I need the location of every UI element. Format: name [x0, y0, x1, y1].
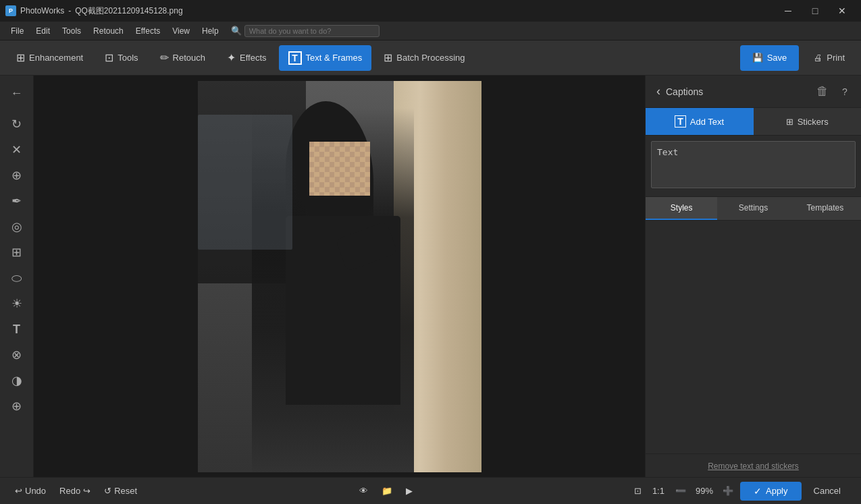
menubar-search: 🔍 [231, 25, 380, 37]
eye-icon: 👁 [359, 486, 368, 496]
reset-label: Reset [114, 486, 137, 496]
print-button[interactable]: 🖨 Print [804, 45, 854, 71]
search-icon: 🔍 [231, 26, 242, 36]
sidebar-globe-icon[interactable]: ⊕ [5, 394, 29, 418]
bottombar-left: ↩ Undo Redo ↪ ↺ Reset [11, 483, 141, 499]
menu-edit[interactable]: Edit [30, 25, 55, 37]
sidebar-stamp-icon[interactable]: ◑ [5, 368, 29, 393]
minimize-button[interactable]: ─ [775, 0, 802, 22]
menu-effects[interactable]: Effects [130, 25, 165, 37]
folder-icon: 📁 [382, 486, 392, 496]
search-input[interactable] [244, 25, 380, 37]
sidebar-brightness-icon[interactable]: ☀ [5, 291, 29, 316]
menu-file[interactable]: File [5, 25, 29, 37]
redo-icon: ↪ [83, 486, 90, 496]
fit-icon: ⊡ [634, 486, 642, 496]
toolbar-enhancement[interactable]: ⊞ Enhancement [7, 45, 93, 71]
sidebar-paint-icon[interactable]: ⊗ [5, 343, 29, 367]
titlebar-filename: QQ截图20211209145128.png [75, 5, 182, 17]
save-button[interactable]: 💾 Save [740, 45, 800, 71]
panel-back-button[interactable]: ‹ [654, 82, 663, 101]
retouch-icon: ✏ [160, 51, 169, 64]
app-icon: P [5, 5, 16, 16]
toolbar-right: 💾 Save 🖨 Print [740, 45, 854, 71]
remove-text-link[interactable]: Remove text and stickers [708, 461, 799, 471]
save-icon: 💾 [752, 53, 763, 63]
reset-button[interactable]: ↺ Reset [100, 483, 141, 499]
stickers-icon: ⊞ [786, 117, 793, 127]
delete-button[interactable]: 🗑 [811, 82, 834, 101]
subtab-styles[interactable]: Styles [646, 197, 717, 220]
add-text-icon: T [675, 115, 686, 128]
sidebar-rotate-icon[interactable]: ↻ [5, 112, 29, 136]
cancel-label: Cancel [814, 486, 841, 496]
panel-help-button[interactable]: ? [837, 84, 853, 100]
zoom-100-button[interactable]: 1:1 [648, 483, 669, 499]
reset-icon: ↺ [104, 486, 111, 496]
sidebar-clone-icon[interactable]: ⊕ [5, 163, 29, 188]
sidebar-pen-icon[interactable]: ✒ [5, 189, 29, 213]
print-label: Print [827, 53, 845, 63]
sidebar-grid-icon[interactable]: ⊞ [5, 240, 29, 264]
retouch-label: Retouch [173, 53, 205, 63]
checkmark-icon: ✓ [754, 486, 762, 497]
redo-label: Redo [59, 486, 80, 496]
toolbar-retouch[interactable]: ✏ Retouch [151, 45, 215, 71]
next-button[interactable]: ▶ [402, 483, 417, 499]
text-frames-icon: T [288, 51, 302, 65]
sidebar-text-icon[interactable]: T [5, 317, 29, 341]
undo-button[interactable]: ↩ Undo [11, 483, 50, 499]
redo-button[interactable]: Redo ↪ [55, 483, 95, 499]
zoom-in-button[interactable]: ➕ [719, 483, 737, 499]
tab-add-text[interactable]: T Add Text [646, 108, 754, 135]
panel-footer: Remove text and stickers [646, 453, 861, 477]
next-icon: ▶ [406, 486, 413, 496]
tools-label: Tools [118, 53, 138, 63]
toolbar-batch[interactable]: ⊞ Batch Processing [374, 45, 474, 71]
menu-help[interactable]: Help [197, 25, 224, 37]
apply-label: Apply [766, 486, 788, 496]
enhancement-label: Enhancement [29, 53, 83, 63]
text-input[interactable]: Text [651, 141, 856, 188]
menu-tools[interactable]: Tools [57, 25, 86, 37]
titlebar-left: P PhotoWorks - QQ截图20211209145128.png [5, 5, 183, 17]
sub-tabs: Styles Settings Templates [646, 197, 861, 221]
text-frames-label: Text & Frames [306, 53, 363, 63]
toolbar: ⊞ Enhancement ⊡ Tools ✏ Retouch ✦ Effect… [0, 40, 861, 76]
panel-header-left: ‹ Captions [654, 82, 703, 101]
zoom-out-button[interactable]: ➖ [671, 483, 690, 499]
titlebar-app: PhotoWorks [20, 6, 64, 16]
apply-button[interactable]: ✓ Apply [740, 482, 802, 501]
undo-icon: ↩ [15, 486, 22, 496]
folder-button[interactable]: 📁 [377, 483, 396, 499]
sidebar-target-icon[interactable]: ◎ [5, 215, 29, 239]
text-input-area: Text [646, 136, 861, 197]
toolbar-tools[interactable]: ⊡ Tools [95, 45, 147, 71]
toolbar-effects[interactable]: ✦ Effects [217, 45, 276, 71]
subtab-settings[interactable]: Settings [717, 197, 789, 220]
left-sidebar: ← ↻ ✕ ⊕ ✒ ◎ ⊞ ⬭ ☀ T ⊗ ◑ ⊕ [0, 76, 34, 477]
panel-content [646, 221, 861, 453]
close-button[interactable]: ✕ [829, 0, 856, 22]
menu-retouch[interactable]: Retouch [88, 25, 129, 37]
cancel-button[interactable]: Cancel [804, 482, 850, 500]
bottombar-center: 👁 📁 ▶ [355, 483, 417, 499]
effects-label: Effects [240, 53, 267, 63]
fit-button[interactable]: ⊡ [630, 483, 646, 499]
tools-icon: ⊡ [105, 51, 113, 64]
save-label: Save [767, 53, 787, 63]
stickers-label: Stickers [798, 117, 829, 127]
menubar: File Edit Tools Retouch Effects View Hel… [0, 22, 861, 40]
sidebar-back-icon[interactable]: ← [5, 81, 29, 105]
preview-button[interactable]: 👁 [355, 483, 372, 499]
menu-view[interactable]: View [167, 25, 195, 37]
sidebar-oval-icon[interactable]: ⬭ [5, 266, 29, 290]
enhancement-icon: ⊞ [16, 51, 25, 64]
subtab-templates[interactable]: Templates [789, 197, 861, 220]
tab-stickers[interactable]: ⊞ Stickers [754, 108, 862, 135]
sidebar-erase-icon[interactable]: ✕ [5, 138, 29, 162]
toolbar-text-frames[interactable]: T Text & Frames [279, 45, 372, 71]
panel-header: ‹ Captions 🗑 ? [646, 76, 861, 108]
titlebar-separator: - [68, 6, 71, 16]
restore-button[interactable]: □ [802, 0, 829, 22]
